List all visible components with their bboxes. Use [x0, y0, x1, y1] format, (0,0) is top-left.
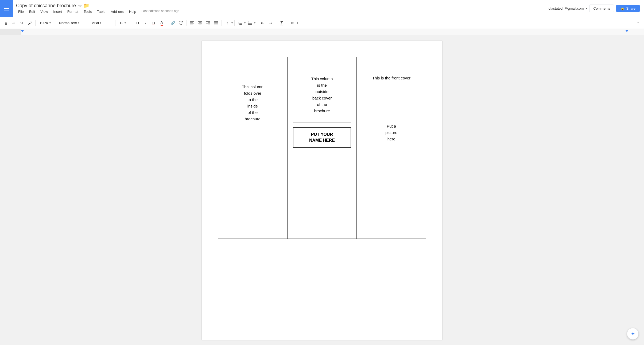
bullet-list-arrow[interactable]: ▾: [254, 21, 255, 24]
underline-button[interactable]: U: [150, 19, 157, 27]
separator-12: [287, 20, 287, 26]
separator-5: [132, 20, 132, 26]
functions-button[interactable]: ∑: [278, 19, 285, 27]
style-dropdown[interactable]: Normal text ▾: [57, 19, 86, 27]
column-2-top-text: This columnis theoutsideback coverof the…: [293, 62, 351, 120]
numbered-list-arrow[interactable]: ▾: [244, 21, 246, 24]
separator-8: [222, 20, 222, 26]
menu-help[interactable]: Help: [127, 9, 138, 14]
zoom-arrow: ▾: [49, 21, 51, 24]
ruler-right-indent-marker[interactable]: [625, 30, 629, 32]
doc-title-area: Copy of chiccarine brochure ☆ 📁 File Edi…: [13, 1, 549, 16]
name-box-line2: NAME HERE: [309, 138, 335, 143]
align-justify-button[interactable]: [212, 19, 220, 27]
google-apps-button[interactable]: [0, 0, 13, 17]
menu-bar: File Edit View Insert Format Tools Table…: [16, 9, 545, 14]
decrease-indent-button[interactable]: ⇤: [259, 19, 266, 27]
collapse-toolbar-button[interactable]: ⌃: [634, 19, 642, 27]
style-arrow: ▾: [78, 21, 79, 24]
doc-title[interactable]: Copy of chiccarine brochure: [16, 3, 76, 9]
text-color-label: A: [161, 20, 163, 26]
svg-point-23: [248, 23, 249, 24]
folder-icon[interactable]: 📁: [83, 3, 89, 9]
separator-4: [115, 20, 115, 26]
brochure-table: This columnfolds overto theinsideof theb…: [218, 57, 426, 239]
separator-1: [35, 20, 36, 26]
separator-7: [187, 20, 187, 26]
ruler-right-margin: [628, 35, 644, 35]
lock-icon: 🔒: [620, 7, 624, 10]
scroll-area[interactable]: This columnfolds overto theinsideof theb…: [0, 35, 644, 345]
column-1-cell[interactable]: This columnfolds overto theinsideof theb…: [218, 57, 288, 239]
zoom-value: 100%: [40, 21, 48, 25]
svg-text:2.: 2.: [238, 22, 239, 24]
menu-tools[interactable]: Tools: [82, 9, 94, 14]
ruler-left-indent-marker[interactable]: [21, 30, 24, 32]
column-2-content: This columnis theoutsideback coverof the…: [293, 62, 351, 150]
link-button[interactable]: 🔗: [169, 19, 177, 27]
comment-button[interactable]: 💬: [177, 19, 185, 27]
font-arrow: ▾: [100, 21, 101, 24]
column-2-cell[interactable]: This columnis theoutsideback coverof the…: [287, 57, 357, 239]
svg-point-21: [248, 21, 249, 22]
column-1-text: This columnfolds overto theinsideof theb…: [223, 62, 282, 122]
menu-format[interactable]: Format: [65, 9, 80, 14]
comments-button[interactable]: Comments: [589, 5, 614, 12]
line-spacing-button[interactable]: ↕: [223, 19, 231, 27]
paint-format-button[interactable]: 🖌: [26, 19, 34, 27]
font-size-value: 12: [119, 21, 123, 25]
main-area: This columnfolds overto theinsideof theb…: [0, 35, 644, 345]
svg-point-25: [248, 24, 249, 25]
top-right-area: dlastutech@gmail.com ▾ Comments 🔒 Share: [549, 5, 644, 12]
pen-tool-arrow[interactable]: ▾: [297, 21, 298, 24]
redo-button[interactable]: ↪: [18, 19, 26, 27]
zoom-dropdown[interactable]: 100% ▾: [37, 19, 53, 27]
share-button[interactable]: 🔒 Share: [616, 5, 640, 12]
font-dropdown[interactable]: Arial ▾: [90, 19, 114, 27]
align-left-button[interactable]: [188, 19, 196, 27]
ai-assistant-button[interactable]: ✦: [627, 328, 639, 340]
email-dropdown-arrow[interactable]: ▾: [586, 7, 587, 10]
share-label: Share: [626, 6, 635, 10]
text-color-button[interactable]: A: [158, 19, 165, 27]
top-bar: Copy of chiccarine brochure ☆ 📁 File Edi…: [0, 0, 644, 17]
column-2-divider: [293, 122, 351, 122]
separator-2: [55, 20, 55, 26]
font-size-dropdown[interactable]: 12 ▾: [117, 19, 130, 27]
column-3-bottom-text: Put apicturehere: [362, 123, 421, 142]
bold-button[interactable]: B: [134, 19, 141, 27]
print-button[interactable]: 🖨: [2, 19, 10, 27]
increase-indent-button[interactable]: ⇥: [267, 19, 274, 27]
separator-6: [167, 20, 167, 26]
user-email[interactable]: dlastutech@gmail.com: [549, 6, 584, 10]
title-icons: ☆ 📁: [78, 3, 89, 9]
menu-addons[interactable]: Add-ons: [108, 9, 126, 14]
name-box[interactable]: PUT YOUR NAME HERE: [293, 127, 351, 148]
numbered-list-button[interactable]: 1.2.: [236, 19, 244, 27]
menu-edit[interactable]: Edit: [27, 9, 37, 14]
column-3-cell[interactable]: This is the front cover Put apicturehere: [357, 57, 426, 239]
doc-title-row: Copy of chiccarine brochure ☆ 📁: [16, 3, 545, 9]
italic-button[interactable]: I: [142, 19, 149, 27]
hamburger-icon: [4, 7, 9, 10]
undo-button[interactable]: ↩: [10, 19, 18, 27]
separator-11: [276, 20, 276, 26]
line-spacing-arrow[interactable]: ▾: [231, 21, 233, 24]
column-3-top-text: This is the front cover: [362, 62, 421, 123]
separator-9: [234, 20, 235, 26]
menu-view[interactable]: View: [38, 9, 50, 14]
bullet-list-button[interactable]: [246, 19, 254, 27]
menu-table[interactable]: Table: [95, 9, 107, 14]
toolbar: 🖨 ↩ ↪ 🖌 100% ▾ Normal text ▾ Arial ▾ 12 …: [0, 17, 644, 29]
ruler: [0, 29, 644, 35]
align-right-button[interactable]: [204, 19, 212, 27]
align-center-button[interactable]: [196, 19, 204, 27]
separator-3: [88, 20, 88, 26]
menu-insert[interactable]: Insert: [51, 9, 64, 14]
pen-tool-button[interactable]: ✏: [289, 19, 296, 27]
star-icon[interactable]: ☆: [78, 3, 82, 8]
menu-file[interactable]: File: [16, 9, 26, 14]
name-box-line1: PUT YOUR: [311, 132, 333, 137]
separator-10: [257, 20, 257, 26]
style-value: Normal text: [59, 21, 77, 25]
